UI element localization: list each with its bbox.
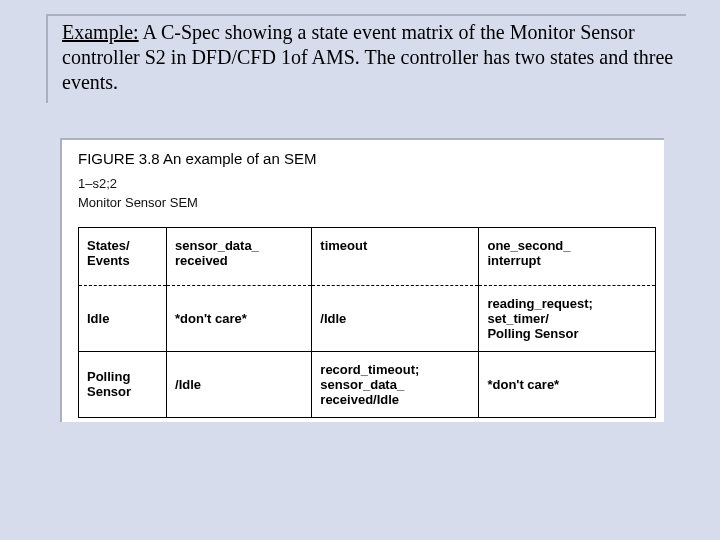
figure-container: FIGURE 3.8 An example of an SEM 1–s2;2 M… [60,138,664,422]
cell-state: Idle [79,285,167,351]
header-sensor-data-received: sensor_data_received [167,227,312,285]
header-states-events: States/Events [79,227,167,285]
figure-meta: 1–s2;2 Monitor Sensor SEM [78,175,656,213]
intro-text-block: Example: A C-Spec showing a state event … [46,14,686,103]
table-header-row: States/Events sensor_data_received timeo… [79,227,656,285]
table-row: Idle *don't care* /Idle reading_request;… [79,285,656,351]
figure-meta-line2: Monitor Sensor SEM [78,194,656,213]
figure-caption: FIGURE 3.8 An example of an SEM [78,150,656,167]
cell-c1: *don't care* [167,285,312,351]
cell-state: PollingSensor [79,351,167,417]
intro-body: A C-Spec showing a state event matrix of… [62,21,673,93]
cell-c2: /Idle [312,285,479,351]
cell-c2: record_timeout;sensor_data_received/Idle [312,351,479,417]
header-timeout: timeout [312,227,479,285]
table-row: PollingSensor /Idle record_timeout;senso… [79,351,656,417]
intro-prefix: Example: [62,21,139,43]
cell-c3: *don't care* [479,351,656,417]
sem-table: States/Events sensor_data_received timeo… [78,227,656,418]
figure-meta-line1: 1–s2;2 [78,175,656,194]
intro-paragraph: Example: A C-Spec showing a state event … [62,20,678,95]
header-one-second-interrupt: one_second_interrupt [479,227,656,285]
cell-c1: /Idle [167,351,312,417]
cell-c3: reading_request;set_timer/Polling Sensor [479,285,656,351]
